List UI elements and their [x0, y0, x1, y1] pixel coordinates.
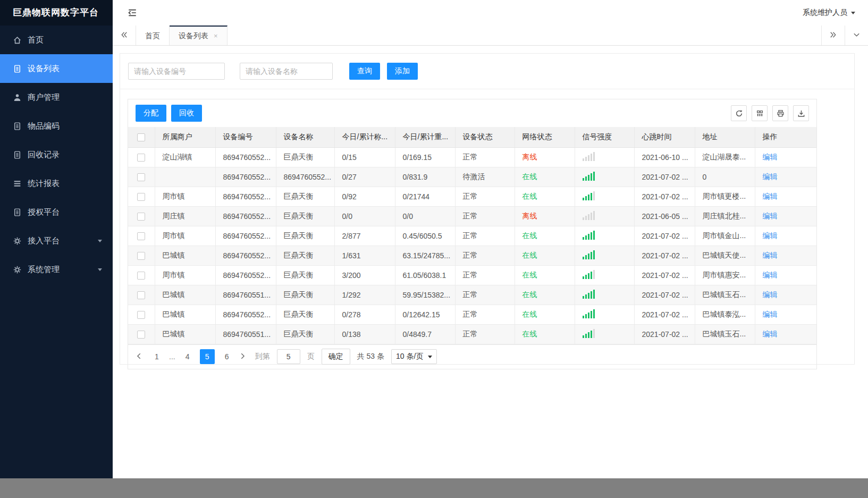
signal-strength-indicator: [583, 230, 595, 240]
sidebar-item-home[interactable]: 首页: [0, 26, 113, 54]
row-checkbox[interactable]: [137, 291, 145, 299]
merchant-cell: 淀山湖镇: [155, 147, 215, 167]
page-size-select[interactable]: 10 条/页: [391, 349, 437, 364]
export-icon: [797, 109, 805, 117]
search-bar: 查询 添加: [120, 54, 854, 89]
network-status-cell: 在线: [515, 246, 575, 265]
row-checkbox[interactable]: [137, 232, 145, 240]
sidebar-item-merchant-management[interactable]: 商户管理: [0, 83, 113, 112]
table-row: 8694760552...8694760552...0/270/831.9待激活…: [128, 167, 816, 187]
edit-link[interactable]: 编辑: [763, 330, 778, 338]
sidebar-item-device-list[interactable]: 设备列表: [0, 54, 113, 83]
chevron-down-icon: [853, 31, 861, 40]
row-checkbox[interactable]: [137, 252, 145, 260]
print-button[interactable]: [772, 105, 788, 121]
page-button-4[interactable]: 4: [183, 352, 192, 361]
table-panel: 分配 回收: [128, 99, 817, 369]
page-jump-input[interactable]: [277, 349, 300, 364]
sidebar-item-system-management[interactable]: 系统管理: [0, 255, 113, 284]
columns-icon: [756, 109, 764, 117]
table-row: 周市镇8694760552...巨鼎天衡3/20061.05/6038.1正常在…: [128, 265, 816, 285]
export-button[interactable]: [793, 105, 809, 121]
tab-label: 设备列表: [179, 31, 208, 41]
pagination: 1...456 到第 页 确定 共 53 条 10 条/页: [128, 344, 816, 369]
tabs-menu-button[interactable]: [845, 26, 868, 45]
sidebar-collapse-button[interactable]: [128, 8, 137, 18]
row-checkbox[interactable]: [137, 272, 145, 280]
today-weight-cell: 0/0: [395, 206, 455, 226]
sidebar-item-label: 首页: [28, 35, 44, 45]
page-number-list: 1...456: [152, 349, 232, 364]
edit-link[interactable]: 编辑: [763, 271, 778, 279]
document-icon: [13, 122, 22, 131]
edit-link[interactable]: 编辑: [763, 251, 778, 259]
row-checkbox[interactable]: [137, 213, 145, 221]
recycle-button[interactable]: 回收: [171, 105, 202, 122]
row-checkbox[interactable]: [137, 173, 145, 181]
select-all-checkbox[interactable]: [137, 133, 145, 141]
edit-link[interactable]: 编辑: [763, 212, 778, 220]
row-checkbox[interactable]: [137, 154, 145, 162]
sidebar-item-recycle-records[interactable]: 回收记录: [0, 140, 113, 169]
device-number-input[interactable]: [128, 63, 225, 80]
edit-link[interactable]: 编辑: [763, 172, 778, 181]
sidebar-item-statistics-report[interactable]: 统计报表: [0, 169, 113, 198]
refresh-button[interactable]: [731, 105, 747, 121]
row-checkbox[interactable]: [137, 193, 145, 201]
app-title: 巨鼎物联网数字平台: [0, 0, 113, 26]
tabs-scroll-left-button[interactable]: [113, 26, 136, 45]
device-status-cell: 正常: [455, 187, 515, 206]
row-checkbox[interactable]: [137, 311, 145, 319]
network-status-cell: 在线: [515, 167, 575, 187]
edit-link[interactable]: 编辑: [763, 290, 778, 299]
row-checkbox[interactable]: [137, 331, 145, 339]
merchant-cell: 周市镇: [155, 187, 215, 206]
device-list-card: 查询 添加 分配 回收: [120, 53, 855, 365]
signal-cell: [575, 147, 634, 167]
jump-confirm-button[interactable]: 确定: [322, 349, 350, 365]
table-row: 巴城镇8694760552...巨鼎天衡0/2780/12642.15正常在线2…: [128, 305, 816, 324]
chevron-right-icon: [239, 352, 246, 361]
column-header: 设备状态: [455, 127, 515, 147]
edit-link[interactable]: 编辑: [763, 192, 778, 200]
page-button-1[interactable]: 1: [152, 352, 162, 361]
double-chevron-left-icon: [120, 31, 128, 40]
signal-strength-indicator: [583, 250, 595, 259]
device-status-cell: 正常: [455, 147, 515, 167]
tab-home[interactable]: 首页: [136, 26, 170, 45]
page-button-6[interactable]: 6: [222, 352, 232, 361]
tabs-scroll-right-button[interactable]: [821, 26, 845, 45]
row-checkbox-cell: [128, 226, 155, 246]
prev-page-button[interactable]: [136, 352, 145, 361]
edit-link[interactable]: 编辑: [763, 310, 778, 318]
column-header: 网络状态: [515, 127, 575, 147]
next-page-button[interactable]: [239, 352, 248, 361]
query-button[interactable]: 查询: [349, 63, 380, 80]
column-header: 心跳时间: [634, 127, 695, 147]
address-cell: 周庄镇北桂...: [695, 206, 755, 226]
assign-button[interactable]: 分配: [136, 105, 166, 122]
sidebar-item-authorization-platform[interactable]: 授权平台: [0, 198, 113, 226]
page-button-5[interactable]: 5: [200, 349, 215, 364]
sidebar-item-item-code[interactable]: 物品编码: [0, 112, 113, 140]
tab-device-list[interactable]: 设备列表×: [170, 26, 227, 45]
user-menu[interactable]: 系统维护人员: [803, 8, 855, 18]
column-header: 地址: [695, 127, 755, 147]
columns-button[interactable]: [752, 105, 768, 121]
device-no-cell: 8694760552...: [215, 167, 276, 187]
edit-link[interactable]: 编辑: [763, 153, 778, 161]
main-area: 系统维护人员 首页设备列表× 查询 添加: [113, 0, 868, 478]
caret-down-icon: [428, 356, 432, 358]
device-no-cell: 8694760552...: [215, 206, 276, 226]
column-header: 今日/累计重...: [395, 127, 455, 147]
edit-link[interactable]: 编辑: [763, 231, 778, 240]
add-button[interactable]: 添加: [387, 63, 418, 80]
sidebar-item-label: 物品编码: [28, 121, 60, 131]
sidebar-item-access-platform[interactable]: 接入平台: [0, 226, 113, 255]
close-icon[interactable]: ×: [214, 32, 218, 40]
network-status-cell: 在线: [515, 187, 575, 206]
device-status-cell: 正常: [455, 226, 515, 246]
device-name-input[interactable]: [240, 63, 333, 80]
signal-strength-indicator: [583, 151, 595, 161]
today-count-cell: 0/0: [334, 206, 395, 226]
